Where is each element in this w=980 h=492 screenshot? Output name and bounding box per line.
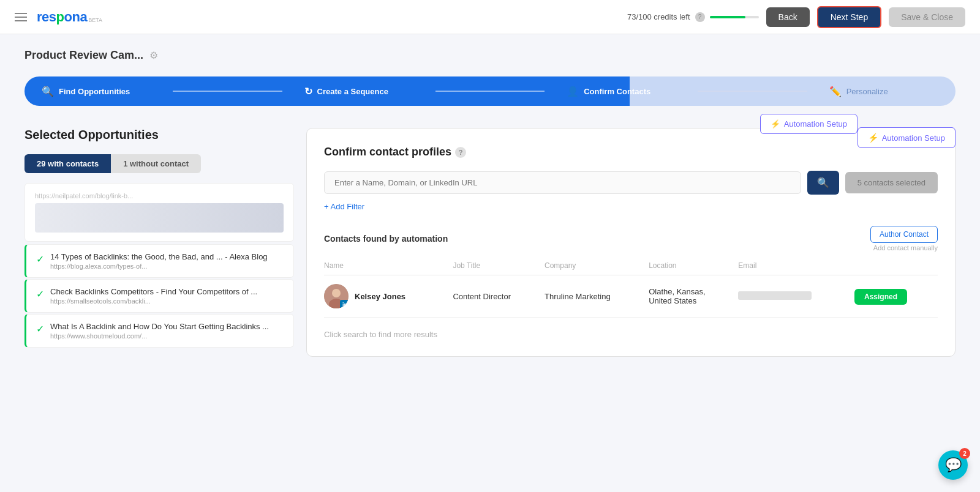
opp-text: 14 Types of Backlinks: the Good, the Bad… xyxy=(50,252,268,270)
opp-text: Check Backlinks Competitors - Find Your … xyxy=(50,287,257,305)
credits-info: 73/100 credits left ? xyxy=(627,12,759,22)
top-nav: respona BETA 73/100 credits left ? Back … xyxy=(0,0,980,34)
step-personalize-label: Personalize xyxy=(846,87,888,96)
step-find: 🔍 Find Opportunities xyxy=(24,86,168,97)
automation-setup-label: Automation Setup xyxy=(882,133,945,143)
check-icon: ✓ xyxy=(36,253,44,265)
opp-item-blurred-top: https://neilpatel.com/blog/link-b... xyxy=(24,183,294,242)
credits-text: 73/100 credits left xyxy=(627,12,690,21)
step-line-3 xyxy=(698,91,807,92)
avatar: in xyxy=(324,284,349,308)
search-step-icon: 🔍 xyxy=(42,86,54,97)
right-panel-header: Confirm contact profiles ? xyxy=(324,146,938,158)
credits-fill xyxy=(710,16,745,18)
steps-bar: 🔍 Find Opportunities ↻ Create a Sequence… xyxy=(24,76,956,106)
automation-setup-fixed-button[interactable]: ⚡ Automation Setup xyxy=(760,114,858,134)
contact-name: Kelsey Jones xyxy=(355,292,405,301)
opp-url: https://www.shoutmeloud.com/... xyxy=(50,332,269,340)
step-line-2 xyxy=(435,91,545,92)
credits-bar xyxy=(710,16,759,18)
contacts-step-icon: 👤 xyxy=(567,86,579,97)
search-button[interactable]: 🔍 xyxy=(807,171,839,195)
svg-point-1 xyxy=(332,289,341,297)
step-find-label: Find Opportunities xyxy=(59,87,130,96)
col-action xyxy=(854,256,938,275)
contact-table: Name Job Title Company Location Email xyxy=(324,256,938,318)
check-icon: ✓ xyxy=(36,288,44,300)
page-title-row: Product Review Cam... ⚙ xyxy=(24,49,956,62)
col-email: Email xyxy=(738,256,854,275)
col-job-title: Job Title xyxy=(453,256,545,275)
hamburger-menu[interactable] xyxy=(15,13,27,21)
save-close-button[interactable]: Save & Close xyxy=(889,7,965,27)
tab-without-contact[interactable]: 1 without contact xyxy=(111,154,201,173)
col-location: Location xyxy=(649,256,738,275)
contact-company: Thruline Marketing xyxy=(545,275,649,318)
table-row[interactable]: in Kelsey Jones Content Director Thrulin… xyxy=(324,275,938,318)
contacts-section-header: Contacts found by automation Author Cont… xyxy=(324,226,938,252)
logo-beta: BETA xyxy=(88,17,102,23)
linkedin-badge: in xyxy=(340,300,349,308)
search-wrap xyxy=(324,171,801,194)
contact-email xyxy=(738,275,854,318)
col-name: Name xyxy=(324,256,453,275)
assigned-badge: Assigned xyxy=(854,289,907,305)
step-contacts-label: Confirm Contacts xyxy=(584,87,650,96)
contacts-found-title: Contacts found by automation xyxy=(324,234,448,244)
search-row: 🔍 5 contacts selected xyxy=(324,171,938,195)
email-blurred xyxy=(738,291,812,300)
left-panel: Selected Opportunities ⚡ Automation Setu… xyxy=(24,128,294,357)
check-icon: ✓ xyxy=(36,323,44,335)
contact-location: Olathe, Kansas,United States xyxy=(649,275,738,318)
search-input[interactable] xyxy=(324,171,801,194)
next-step-button[interactable]: Next Step xyxy=(817,6,881,28)
contacts-selected-button[interactable]: 5 contacts selected xyxy=(845,172,938,193)
tabs-row: 29 with contacts 1 without contact xyxy=(24,154,294,173)
nav-left: respona BETA xyxy=(15,9,102,25)
add-contact-manually[interactable]: Add contact manually xyxy=(873,244,938,252)
gear-icon[interactable]: ⚙ xyxy=(149,50,158,61)
automation-setup-button[interactable]: ⚡ Automation Setup xyxy=(858,127,956,148)
step-personalize: ✏️ Personalize xyxy=(812,86,956,97)
back-button[interactable]: Back xyxy=(766,7,810,27)
blurred-content-top xyxy=(35,203,284,233)
add-filter-button[interactable]: + Add Filter xyxy=(324,202,938,211)
tab-with-contacts[interactable]: 29 with contacts xyxy=(24,154,111,173)
table-header-row: Name Job Title Company Location Email xyxy=(324,256,938,275)
author-contact-wrap: Author Contact Add contact manually xyxy=(870,226,938,252)
col-company: Company xyxy=(545,256,649,275)
logo: respona BETA xyxy=(37,9,102,25)
opp-text: What Is A Backlink and How Do You Start … xyxy=(50,322,269,340)
opp-item[interactable]: ✓ 14 Types of Backlinks: the Good, the B… xyxy=(24,244,294,278)
help-credits-icon[interactable]: ? xyxy=(695,12,705,22)
automation-setup-wrap: ⚡ Automation Setup xyxy=(858,127,956,148)
opp-url: https://blog.alexa.com/types-of... xyxy=(50,263,268,270)
lightning-fixed-icon: ⚡ xyxy=(771,119,780,129)
opp-title: 14 Types of Backlinks: the Good, the Bad… xyxy=(50,252,268,261)
step-sequence: ↻ Create a Sequence xyxy=(287,86,431,97)
opp-title: Check Backlinks Competitors - Find Your … xyxy=(50,287,257,296)
automation-setup-fixed-label: Automation Setup xyxy=(784,119,847,129)
personalize-step-icon: ✏️ xyxy=(829,86,842,97)
confirm-title-text: Confirm contact profiles xyxy=(324,146,451,158)
author-contact-button[interactable]: Author Contact xyxy=(870,226,938,243)
opp-item[interactable]: ✓ Check Backlinks Competitors - Find You… xyxy=(24,279,294,313)
right-panel: Confirm contact profiles ? 🔍 5 contacts … xyxy=(306,128,956,357)
step-line-1 xyxy=(173,91,282,92)
two-col-layout: Selected Opportunities ⚡ Automation Setu… xyxy=(24,128,956,357)
main-content: Product Review Cam... ⚙ 🔍 Find Opportuni… xyxy=(0,34,980,371)
contact-avatar-wrap: in Kelsey Jones xyxy=(324,284,453,308)
help-icon[interactable]: ? xyxy=(455,147,466,158)
step-contacts: 👤 Confirm Contacts xyxy=(549,86,693,97)
sequence-step-icon: ↻ xyxy=(304,86,312,97)
opp-item[interactable]: ✓ What Is A Backlink and How Do You Star… xyxy=(24,314,294,348)
page-title: Product Review Cam... xyxy=(24,49,143,62)
opportunity-list: ✓ 14 Types of Backlinks: the Good, the B… xyxy=(24,244,294,348)
contact-name-cell: in Kelsey Jones xyxy=(324,275,453,318)
click-search-hint: Click search to find more results xyxy=(324,330,938,339)
contact-status: Assigned xyxy=(854,275,938,318)
lightning-icon: ⚡ xyxy=(868,133,878,143)
logo-text: respona xyxy=(37,9,87,25)
nav-right: 73/100 credits left ? Back Next Step Sav… xyxy=(627,6,965,28)
step-sequence-label: Create a Sequence xyxy=(317,87,388,96)
